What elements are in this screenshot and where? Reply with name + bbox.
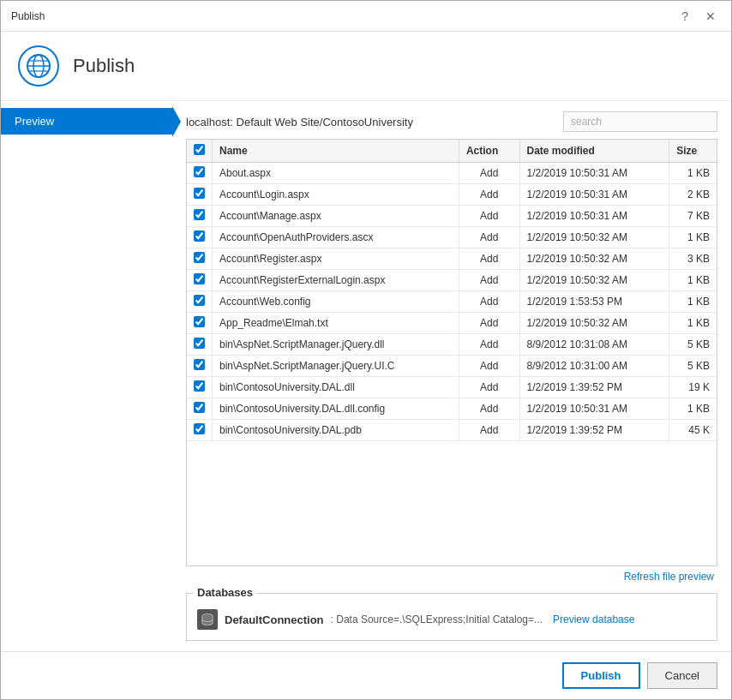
row-action-cell: Add	[459, 313, 519, 334]
file-table: Name Action Date modified Size About.asp…	[187, 140, 717, 441]
content-area: Preview localhost: Default Web Site/Cont…	[1, 101, 731, 651]
table-row: bin\AspNet.ScriptManager.jQuery.dll Add …	[187, 334, 717, 356]
row-size-cell: 1 KB	[669, 313, 717, 334]
row-date-cell: 1/2/2019 10:50:32 AM	[519, 270, 669, 291]
title-bar-left: Publish	[11, 10, 45, 22]
db-connection-name: DefaultConnection	[225, 613, 324, 626]
title-bar-controls: ? ✕	[676, 9, 721, 24]
table-scroll[interactable]: Name Action Date modified Size About.asp…	[187, 140, 717, 565]
row-action-cell: Add	[459, 377, 519, 398]
row-name-cell: bin\ContosoUniversity.DAL.dll	[213, 377, 459, 398]
row-checkbox-11[interactable]	[194, 402, 205, 413]
row-date-cell: 1/2/2019 10:50:31 AM	[519, 184, 669, 206]
row-checkbox-4[interactable]	[194, 252, 205, 263]
header-size-col: Size	[669, 140, 717, 163]
row-name-cell: About.aspx	[213, 163, 459, 184]
row-size-cell: 19 K	[669, 377, 717, 398]
row-checkbox-6[interactable]	[194, 295, 205, 306]
header-name-col: Name	[213, 140, 459, 163]
row-checkbox-cell	[187, 248, 213, 270]
row-checkbox-2[interactable]	[194, 209, 205, 220]
row-checkbox-cell	[187, 398, 213, 420]
row-checkbox-cell	[187, 163, 213, 184]
row-name-cell: Account\Register.aspx	[213, 248, 459, 270]
table-row: bin\AspNet.ScriptManager.jQuery.UI.C Add…	[187, 356, 717, 377]
row-size-cell: 2 KB	[669, 184, 717, 206]
database-row: DefaultConnection : Data Source=.\SQLExp…	[197, 609, 706, 630]
row-checkbox-12[interactable]	[194, 423, 205, 434]
databases-section: Databases DefaultConnection : Data Sourc…	[186, 593, 717, 641]
preview-header: localhost: Default Web Site/ContosoUnive…	[186, 111, 717, 132]
row-checkbox-cell	[187, 206, 213, 227]
publish-dialog: Publish ? ✕ Publish Preview	[0, 0, 732, 700]
preview-database-link[interactable]: Preview database	[553, 613, 634, 625]
database-icon	[197, 609, 218, 630]
row-checkbox-3[interactable]	[194, 230, 205, 242]
sidebar-item-label: Preview	[15, 115, 54, 128]
row-name-cell: bin\AspNet.ScriptManager.jQuery.dll	[213, 334, 459, 356]
row-name-cell: Account\OpenAuthProviders.ascx	[213, 227, 459, 248]
table-row: Account\Manage.aspx Add 1/2/2019 10:50:3…	[187, 206, 717, 227]
row-date-cell: 8/9/2012 10:31:08 AM	[519, 334, 669, 356]
row-name-cell: Account\RegisterExternalLogin.aspx	[213, 270, 459, 291]
row-size-cell: 3 KB	[669, 248, 717, 270]
row-size-cell: 1 KB	[669, 227, 717, 248]
table-row: bin\ContosoUniversity.DAL.dll Add 1/2/20…	[187, 377, 717, 398]
row-checkbox-cell	[187, 356, 213, 377]
table-row: Account\Login.aspx Add 1/2/2019 10:50:31…	[187, 184, 717, 206]
row-size-cell: 5 KB	[669, 356, 717, 377]
row-date-cell: 1/2/2019 10:50:31 AM	[519, 206, 669, 227]
row-checkbox-cell	[187, 291, 213, 313]
footer: Publish Cancel	[1, 651, 731, 699]
refresh-file-preview-link[interactable]: Refresh file preview	[624, 565, 717, 586]
table-row: App_Readme\Elmah.txt Add 1/2/2019 10:50:…	[187, 313, 717, 334]
sidebar-item-preview[interactable]: Preview	[1, 108, 172, 135]
refresh-area: Refresh file preview	[186, 566, 717, 586]
header-date-col: Date modified	[519, 140, 669, 163]
row-checkbox-cell	[187, 270, 213, 291]
search-input[interactable]	[563, 111, 717, 132]
row-checkbox-8[interactable]	[194, 338, 205, 349]
table-row: bin\ContosoUniversity.DAL.dll.config Add…	[187, 398, 717, 420]
row-action-cell: Add	[459, 356, 519, 377]
row-size-cell: 45 K	[669, 420, 717, 441]
close-button[interactable]: ✕	[700, 9, 721, 24]
row-checkbox-7[interactable]	[194, 316, 205, 327]
select-all-checkbox[interactable]	[194, 144, 205, 155]
row-action-cell: Add	[459, 334, 519, 356]
row-action-cell: Add	[459, 227, 519, 248]
title-bar-title: Publish	[11, 10, 45, 22]
help-button[interactable]: ?	[676, 9, 693, 24]
cancel-button[interactable]: Cancel	[647, 662, 717, 689]
row-size-cell: 1 KB	[669, 270, 717, 291]
globe-icon	[18, 45, 59, 87]
table-row: Account\Register.aspx Add 1/2/2019 10:50…	[187, 248, 717, 270]
db-connection-value: : Data Source=.\SQLExpress;Initial Catal…	[331, 613, 543, 625]
publish-button[interactable]: Publish	[562, 662, 640, 689]
header-action-col: Action	[459, 140, 519, 163]
title-bar: Publish ? ✕	[1, 1, 731, 32]
row-checkbox-cell	[187, 313, 213, 334]
table-row: About.aspx Add 1/2/2019 10:50:31 AM 1 KB	[187, 163, 717, 184]
row-checkbox-9[interactable]	[194, 359, 205, 370]
table-row: Account\Web.config Add 1/2/2019 1:53:53 …	[187, 291, 717, 313]
row-date-cell: 1/2/2019 10:50:32 AM	[519, 313, 669, 334]
row-checkbox-5[interactable]	[194, 273, 205, 284]
row-name-cell: Account\Manage.aspx	[213, 206, 459, 227]
page-title: Publish	[73, 55, 135, 77]
row-name-cell: bin\AspNet.ScriptManager.jQuery.UI.C	[213, 356, 459, 377]
row-date-cell: 1/2/2019 10:50:31 AM	[519, 163, 669, 184]
header: Publish	[1, 32, 731, 101]
row-checkbox-1[interactable]	[194, 188, 205, 199]
row-checkbox-cell	[187, 227, 213, 248]
row-checkbox-0[interactable]	[194, 166, 205, 177]
row-checkbox-10[interactable]	[194, 380, 205, 392]
file-table-container: Name Action Date modified Size About.asp…	[186, 139, 717, 566]
row-checkbox-cell	[187, 184, 213, 206]
preview-location: localhost: Default Web Site/ContosoUnive…	[186, 116, 413, 129]
row-date-cell: 1/2/2019 1:39:52 PM	[519, 377, 669, 398]
row-date-cell: 1/2/2019 10:50:32 AM	[519, 227, 669, 248]
row-date-cell: 1/2/2019 1:53:53 PM	[519, 291, 669, 313]
row-size-cell: 7 KB	[669, 206, 717, 227]
row-size-cell: 1 KB	[669, 291, 717, 313]
